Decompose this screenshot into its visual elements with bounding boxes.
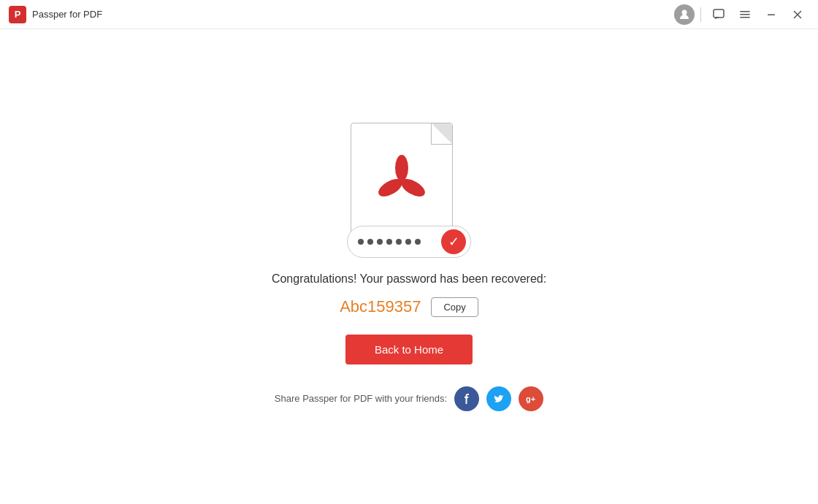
titlebar-left: P Passper for PDF <box>9 6 102 23</box>
svg-point-0 <box>682 9 687 15</box>
svg-rect-3 <box>740 14 750 15</box>
pdf-document-icon <box>351 123 453 240</box>
main-content: ✓ Congratulations! Your password has bee… <box>0 29 818 504</box>
dots-row <box>358 239 441 245</box>
share-row: Share Passper for PDF with your friends:… <box>275 386 543 411</box>
svg-rect-5 <box>768 14 775 15</box>
password-dots-bar: ✓ <box>347 226 471 258</box>
recovered-password: Abc159357 <box>340 297 421 316</box>
dot-3 <box>377 239 383 245</box>
svg-rect-4 <box>740 17 750 18</box>
copy-button[interactable]: Copy <box>431 297 478 317</box>
congrats-message: Congratulations! Your password has been … <box>272 272 546 286</box>
close-button[interactable] <box>786 3 809 26</box>
dot-7 <box>415 239 421 245</box>
minimize-button[interactable] <box>760 3 783 26</box>
dot-4 <box>386 239 392 245</box>
dot-6 <box>405 239 411 245</box>
menu-button[interactable] <box>733 3 757 26</box>
share-label: Share Passper for PDF with your friends: <box>275 393 447 404</box>
dot-5 <box>396 239 402 245</box>
titlebar-controls <box>674 3 809 26</box>
titlebar-divider <box>700 7 701 22</box>
password-row: Abc159357 Copy <box>340 297 478 317</box>
dot-1 <box>358 239 364 245</box>
svg-rect-1 <box>714 9 724 18</box>
success-check-icon: ✓ <box>441 229 466 254</box>
svg-point-8 <box>395 155 408 181</box>
pdf-illustration: ✓ <box>351 123 467 258</box>
googleplus-share-button[interactable]: g+ <box>519 386 543 411</box>
dot-2 <box>367 239 373 245</box>
titlebar: P Passper for PDF <box>0 0 818 29</box>
acrobat-logo-icon <box>372 152 431 210</box>
svg-text:g+: g+ <box>526 394 535 403</box>
twitter-share-button[interactable] <box>486 386 511 411</box>
chat-button[interactable] <box>707 3 730 26</box>
svg-rect-2 <box>740 11 750 12</box>
back-to-home-button[interactable]: Back to Home <box>345 335 473 364</box>
app-title: Passper for PDF <box>32 9 102 20</box>
user-account-icon[interactable] <box>674 4 695 25</box>
app-logo-icon: P <box>9 6 26 23</box>
facebook-share-button[interactable] <box>454 386 479 411</box>
